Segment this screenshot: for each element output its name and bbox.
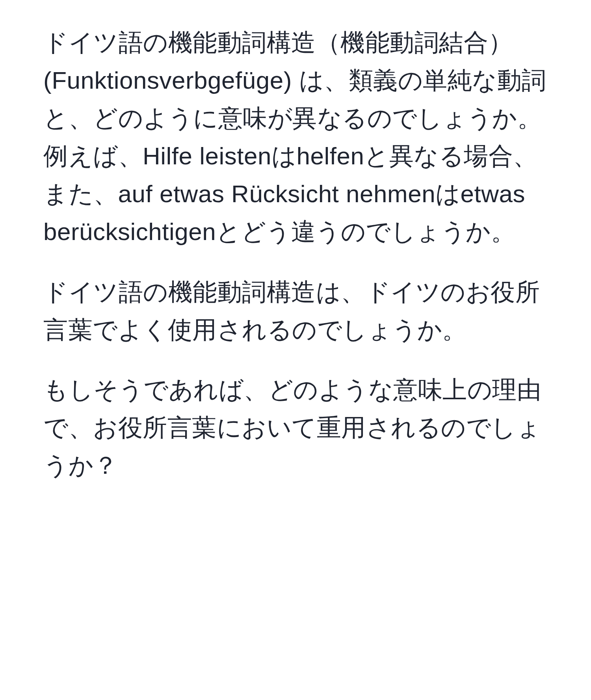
paragraph-3: もしそうであれば、どのような意味上の理由で、お役所言葉において重用されるのでしょ… (43, 371, 548, 484)
paragraph-2: ドイツ語の機能動詞構造は、ドイツのお役所言葉でよく使用されるのでしょうか。 (43, 273, 548, 349)
paragraph-1: ドイツ語の機能動詞構造（機能動詞結合）(Funktionsverbgefüge)… (43, 24, 548, 251)
document-page: ドイツ語の機能動詞構造（機能動詞結合）(Funktionsverbgefüge)… (0, 0, 591, 700)
